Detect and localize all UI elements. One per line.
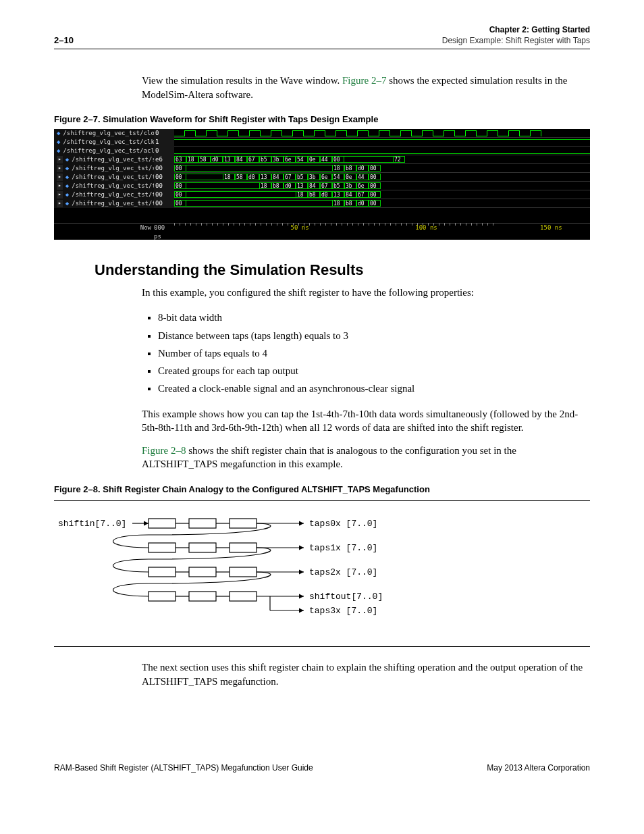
hex-cell: 00 [369,182,381,189]
svg-rect-5 [230,543,257,552]
signal-value: 0 [154,147,174,155]
signal-icon: ◆ [57,129,60,137]
svg-rect-11 [230,592,257,601]
hex-cell [211,174,223,180]
hex-cell: 84 [344,191,356,198]
para-figure-2-8: Figure 2–8 shows the shift register chai… [142,444,590,471]
hex-cell [235,182,247,189]
hex-cell: 13 [296,182,308,189]
signal-name: /shiftreg_vlg_vec_tst/clken [63,138,154,146]
signal-icon: ◆ [65,190,69,199]
hex-cell: b8 [344,165,356,172]
hex-cell [223,182,235,189]
signal-icon: ◆ [65,199,69,207]
hex-cell: 00 [174,174,186,180]
hex-cell [296,200,308,207]
signal-value: 1 [154,138,174,146]
hex-cell [308,200,320,207]
chapter-title: Chapter 2: Getting Started [442,24,590,35]
diagram-out-3: shiftout[7..0] [309,592,383,602]
waveform-row: ◆/shiftreg_vlg_vec_tst/clock0 [54,129,590,138]
hex-cell: 18 [223,174,235,180]
signal-track [174,147,590,155]
property-item: Created groups for each tap output [158,362,590,380]
waveform-screenshot: ◆/shiftreg_vlg_vec_tst/clock0◆/shiftreg_… [54,129,590,240]
signal-track: 00 1858d0138467b53b6e540e4400 [174,173,590,181]
hex-cell: d0 [356,165,369,172]
signal-name: /shiftreg_vlg_vec_tst/taps0x [72,173,154,181]
svg-rect-8 [230,567,257,577]
hex-cell: 67 [247,156,259,163]
hex-cell: 6e [356,182,369,189]
hex-cell: 3b [308,174,320,180]
hex-cell: 6e [284,156,296,163]
figure-2-8-link[interactable]: Figure 2–8 [142,445,186,456]
para-next-section: The next section uses this shift registe… [142,660,590,688]
svg-rect-0 [149,519,176,528]
hex-cell [320,165,332,172]
hex-cell [271,165,284,172]
property-item: Created a clock-enable signal and an asy… [158,380,590,397]
signal-name: /shiftreg_vlg_vec_tst/clock [63,129,154,137]
hex-cell [235,191,247,198]
chapter-subtitle: Design Example: Shift Register with Taps [442,35,590,46]
signal-icon: ◆ [57,147,60,155]
hex-cell [198,191,211,198]
hex-cell [211,165,223,172]
page-number: 2–10 [54,34,74,47]
signal-name: /shiftreg_vlg_vec_tst/taps1x [72,182,154,190]
signal-value: 00 [154,173,174,181]
hex-cell: b8 [308,191,320,198]
hex-cell [186,182,198,189]
hex-cell: b8 [344,200,356,207]
diagram-out-1: taps1x [7..0] [309,543,377,553]
hex-cell: 00 [174,200,186,207]
section-heading: Understanding the Simulation Results [95,260,590,280]
hex-cell [259,191,271,198]
waveform-row: ◆/shiftreg_vlg_vec_tst/clken1 [54,138,590,147]
signal-track [174,129,590,137]
hex-cell [381,156,393,163]
signal-name: /shiftreg_vlg_vec_tst/aclr [63,147,154,155]
time-mark: 50 ns [290,224,308,232]
hex-cell [356,156,369,163]
signal-value: 00 [154,182,174,190]
signal-track: 00 18b8d000 [174,199,590,207]
hex-cell: 18 [296,191,308,198]
figure-2-7-link[interactable]: Figure 2–7 [342,75,386,86]
hex-cell: 54 [332,174,344,180]
hex-cell: d0 [284,182,296,189]
signal-icon: ◆ [65,155,69,163]
hex-cell [271,191,284,198]
hex-cell: 18 [259,182,271,189]
hex-cell: d0 [320,191,332,198]
hex-cell [235,200,247,207]
diagram-out-0: taps0x [7..0] [309,519,377,529]
hex-cell: 13 [259,174,271,180]
hex-cell [259,200,271,207]
signal-icon: ◆ [65,164,69,172]
time-mark: 100 ns [415,224,437,232]
hex-cell: 6e [320,174,332,180]
header-rule [54,49,590,49]
svg-rect-4 [189,543,216,552]
signal-value: 00 [154,199,174,207]
hex-cell [211,191,223,198]
now-label: Now [54,224,154,234]
hex-cell [235,165,247,172]
time-row: Now000 ps50 ns100 ns150 ns [54,223,590,234]
hex-cell [259,165,271,172]
hex-cell: 67 [284,174,296,180]
hex-cell: b5 [259,156,271,163]
hex-cell: 67 [320,182,332,189]
hex-cell [186,165,198,172]
hex-cell [296,165,308,172]
hex-cell: 18 [332,200,344,207]
hex-cell: 13 [332,191,344,198]
hex-cell [198,165,211,172]
signal-track: 00 18b8d0138467b53b6e00 [174,182,590,190]
signal-name: /shiftreg_vlg_vec_tst/shiftin [72,155,154,163]
hex-cell: 44 [320,156,332,163]
figure-2-8-bottom-rule [54,646,590,647]
svg-rect-1 [189,519,216,528]
